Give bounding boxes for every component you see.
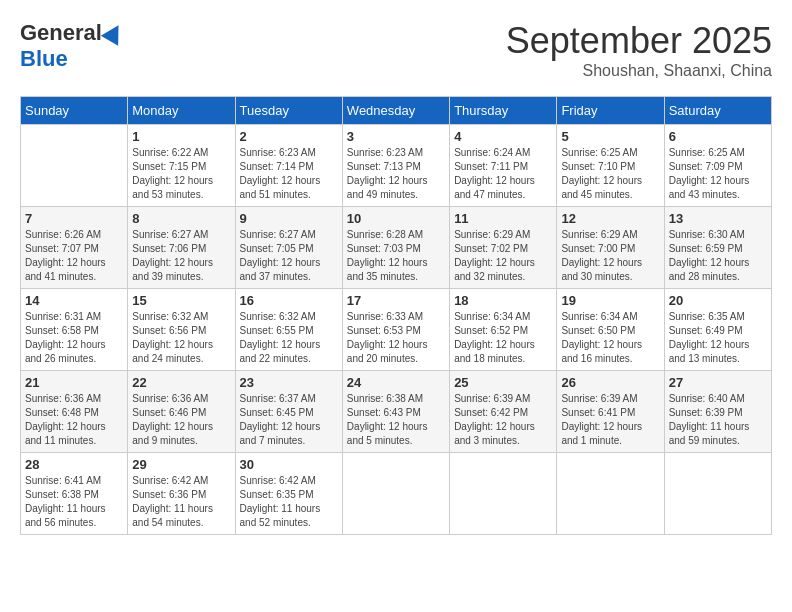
calendar-cell: 13Sunrise: 6:30 AMSunset: 6:59 PMDayligh… — [664, 207, 771, 289]
day-info: Sunrise: 6:38 AMSunset: 6:43 PMDaylight:… — [347, 392, 445, 448]
calendar-cell — [557, 453, 664, 535]
day-number: 4 — [454, 129, 552, 144]
calendar-week-row: 1Sunrise: 6:22 AMSunset: 7:15 PMDaylight… — [21, 125, 772, 207]
calendar-table: SundayMondayTuesdayWednesdayThursdayFrid… — [20, 96, 772, 535]
day-number: 29 — [132, 457, 230, 472]
day-number: 18 — [454, 293, 552, 308]
day-info: Sunrise: 6:36 AMSunset: 6:46 PMDaylight:… — [132, 392, 230, 448]
day-number: 14 — [25, 293, 123, 308]
calendar-cell: 14Sunrise: 6:31 AMSunset: 6:58 PMDayligh… — [21, 289, 128, 371]
calendar-cell: 5Sunrise: 6:25 AMSunset: 7:10 PMDaylight… — [557, 125, 664, 207]
calendar-week-row: 7Sunrise: 6:26 AMSunset: 7:07 PMDaylight… — [21, 207, 772, 289]
month-title: September 2025 — [506, 20, 772, 62]
day-info: Sunrise: 6:34 AMSunset: 6:50 PMDaylight:… — [561, 310, 659, 366]
day-info: Sunrise: 6:22 AMSunset: 7:15 PMDaylight:… — [132, 146, 230, 202]
calendar-week-row: 21Sunrise: 6:36 AMSunset: 6:48 PMDayligh… — [21, 371, 772, 453]
calendar-cell: 21Sunrise: 6:36 AMSunset: 6:48 PMDayligh… — [21, 371, 128, 453]
calendar-cell: 17Sunrise: 6:33 AMSunset: 6:53 PMDayligh… — [342, 289, 449, 371]
calendar-cell: 16Sunrise: 6:32 AMSunset: 6:55 PMDayligh… — [235, 289, 342, 371]
logo-triangle-icon — [101, 20, 127, 46]
calendar-cell: 18Sunrise: 6:34 AMSunset: 6:52 PMDayligh… — [450, 289, 557, 371]
day-number: 19 — [561, 293, 659, 308]
day-info: Sunrise: 6:30 AMSunset: 6:59 PMDaylight:… — [669, 228, 767, 284]
day-info: Sunrise: 6:26 AMSunset: 7:07 PMDaylight:… — [25, 228, 123, 284]
weekday-header-sunday: Sunday — [21, 97, 128, 125]
day-info: Sunrise: 6:39 AMSunset: 6:41 PMDaylight:… — [561, 392, 659, 448]
day-number: 23 — [240, 375, 338, 390]
day-info: Sunrise: 6:29 AMSunset: 7:02 PMDaylight:… — [454, 228, 552, 284]
day-info: Sunrise: 6:35 AMSunset: 6:49 PMDaylight:… — [669, 310, 767, 366]
location-title: Shoushan, Shaanxi, China — [506, 62, 772, 80]
day-number: 2 — [240, 129, 338, 144]
day-number: 20 — [669, 293, 767, 308]
calendar-cell: 9Sunrise: 6:27 AMSunset: 7:05 PMDaylight… — [235, 207, 342, 289]
day-number: 17 — [347, 293, 445, 308]
calendar-cell: 30Sunrise: 6:42 AMSunset: 6:35 PMDayligh… — [235, 453, 342, 535]
calendar-week-row: 14Sunrise: 6:31 AMSunset: 6:58 PMDayligh… — [21, 289, 772, 371]
weekday-header-saturday: Saturday — [664, 97, 771, 125]
calendar-cell: 26Sunrise: 6:39 AMSunset: 6:41 PMDayligh… — [557, 371, 664, 453]
day-info: Sunrise: 6:36 AMSunset: 6:48 PMDaylight:… — [25, 392, 123, 448]
day-info: Sunrise: 6:27 AMSunset: 7:06 PMDaylight:… — [132, 228, 230, 284]
day-info: Sunrise: 6:23 AMSunset: 7:14 PMDaylight:… — [240, 146, 338, 202]
day-info: Sunrise: 6:39 AMSunset: 6:42 PMDaylight:… — [454, 392, 552, 448]
day-info: Sunrise: 6:28 AMSunset: 7:03 PMDaylight:… — [347, 228, 445, 284]
calendar-cell: 8Sunrise: 6:27 AMSunset: 7:06 PMDaylight… — [128, 207, 235, 289]
calendar-cell: 1Sunrise: 6:22 AMSunset: 7:15 PMDaylight… — [128, 125, 235, 207]
calendar-cell: 6Sunrise: 6:25 AMSunset: 7:09 PMDaylight… — [664, 125, 771, 207]
calendar-cell: 7Sunrise: 6:26 AMSunset: 7:07 PMDaylight… — [21, 207, 128, 289]
calendar-cell: 11Sunrise: 6:29 AMSunset: 7:02 PMDayligh… — [450, 207, 557, 289]
calendar-cell — [664, 453, 771, 535]
day-number: 27 — [669, 375, 767, 390]
calendar-cell: 19Sunrise: 6:34 AMSunset: 6:50 PMDayligh… — [557, 289, 664, 371]
calendar-cell: 2Sunrise: 6:23 AMSunset: 7:14 PMDaylight… — [235, 125, 342, 207]
day-number: 25 — [454, 375, 552, 390]
day-number: 15 — [132, 293, 230, 308]
weekday-header-wednesday: Wednesday — [342, 97, 449, 125]
calendar-cell: 12Sunrise: 6:29 AMSunset: 7:00 PMDayligh… — [557, 207, 664, 289]
calendar-cell: 15Sunrise: 6:32 AMSunset: 6:56 PMDayligh… — [128, 289, 235, 371]
calendar-cell: 28Sunrise: 6:41 AMSunset: 6:38 PMDayligh… — [21, 453, 128, 535]
day-number: 10 — [347, 211, 445, 226]
page-header: General Blue September 2025 Shoushan, Sh… — [20, 20, 772, 80]
calendar-cell — [342, 453, 449, 535]
day-info: Sunrise: 6:29 AMSunset: 7:00 PMDaylight:… — [561, 228, 659, 284]
day-number: 7 — [25, 211, 123, 226]
day-info: Sunrise: 6:41 AMSunset: 6:38 PMDaylight:… — [25, 474, 123, 530]
logo-general-text: General — [20, 20, 102, 46]
day-number: 28 — [25, 457, 123, 472]
calendar-cell: 23Sunrise: 6:37 AMSunset: 6:45 PMDayligh… — [235, 371, 342, 453]
calendar-cell: 20Sunrise: 6:35 AMSunset: 6:49 PMDayligh… — [664, 289, 771, 371]
day-number: 22 — [132, 375, 230, 390]
calendar-cell: 22Sunrise: 6:36 AMSunset: 6:46 PMDayligh… — [128, 371, 235, 453]
weekday-header-friday: Friday — [557, 97, 664, 125]
weekday-header-monday: Monday — [128, 97, 235, 125]
day-info: Sunrise: 6:33 AMSunset: 6:53 PMDaylight:… — [347, 310, 445, 366]
calendar-cell — [21, 125, 128, 207]
day-info: Sunrise: 6:25 AMSunset: 7:09 PMDaylight:… — [669, 146, 767, 202]
day-info: Sunrise: 6:40 AMSunset: 6:39 PMDaylight:… — [669, 392, 767, 448]
day-number: 13 — [669, 211, 767, 226]
day-info: Sunrise: 6:23 AMSunset: 7:13 PMDaylight:… — [347, 146, 445, 202]
calendar-cell: 27Sunrise: 6:40 AMSunset: 6:39 PMDayligh… — [664, 371, 771, 453]
day-number: 24 — [347, 375, 445, 390]
day-number: 21 — [25, 375, 123, 390]
day-number: 30 — [240, 457, 338, 472]
calendar-cell: 24Sunrise: 6:38 AMSunset: 6:43 PMDayligh… — [342, 371, 449, 453]
day-number: 3 — [347, 129, 445, 144]
calendar-cell: 10Sunrise: 6:28 AMSunset: 7:03 PMDayligh… — [342, 207, 449, 289]
day-number: 8 — [132, 211, 230, 226]
calendar-cell: 25Sunrise: 6:39 AMSunset: 6:42 PMDayligh… — [450, 371, 557, 453]
day-number: 12 — [561, 211, 659, 226]
logo-blue-text: Blue — [20, 46, 68, 72]
day-number: 5 — [561, 129, 659, 144]
day-info: Sunrise: 6:32 AMSunset: 6:55 PMDaylight:… — [240, 310, 338, 366]
day-number: 11 — [454, 211, 552, 226]
calendar-cell: 4Sunrise: 6:24 AMSunset: 7:11 PMDaylight… — [450, 125, 557, 207]
day-info: Sunrise: 6:42 AMSunset: 6:36 PMDaylight:… — [132, 474, 230, 530]
logo-blue-container — [102, 24, 124, 42]
day-info: Sunrise: 6:42 AMSunset: 6:35 PMDaylight:… — [240, 474, 338, 530]
calendar-week-row: 28Sunrise: 6:41 AMSunset: 6:38 PMDayligh… — [21, 453, 772, 535]
weekday-header-thursday: Thursday — [450, 97, 557, 125]
day-number: 26 — [561, 375, 659, 390]
